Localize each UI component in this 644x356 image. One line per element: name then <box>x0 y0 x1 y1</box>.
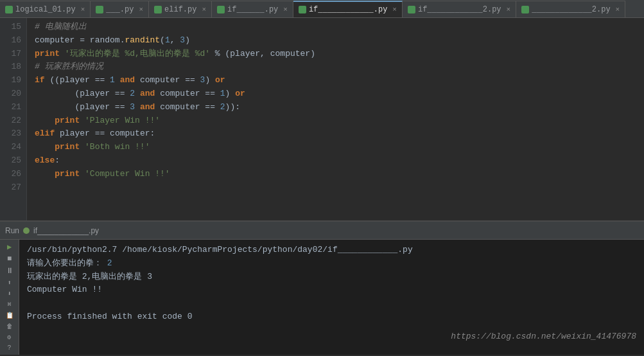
tab-close[interactable]: × <box>139 6 143 13</box>
tab-close[interactable]: × <box>81 6 85 13</box>
tab-icon <box>299 6 306 13</box>
tab-if2[interactable]: if____________.py × <box>293 1 403 17</box>
run-output[interactable]: /usr/bin/python2.7 /home/kiosk/PycharmPr… <box>19 240 644 355</box>
output-line2: Computer Win !! <box>27 283 636 297</box>
wrap-button[interactable]: ⌘ <box>3 300 17 308</box>
clear-button[interactable]: 🗑 <box>3 322 17 330</box>
settings-button[interactable]: ⚙ <box>3 333 17 341</box>
tab-close[interactable]: × <box>616 6 620 13</box>
tab-if1[interactable]: if______.py × <box>212 1 293 17</box>
tab-if3[interactable]: if____________2.py × <box>403 1 516 17</box>
scroll-up-button[interactable]: ⬆ <box>3 278 17 287</box>
tab-label: if______.py <box>227 5 278 14</box>
line-numbers: 15 16 17 18 19 20 21 22 23 24 25 26 27 <box>0 18 27 220</box>
tab-label: elif.py <box>164 5 196 14</box>
tab-blank2[interactable]: _____________2.py × <box>516 1 625 17</box>
run-filename-label: if____________.py <box>33 226 99 235</box>
tab-label: logical_01.py <box>15 5 76 14</box>
run-status-dot <box>23 227 30 234</box>
tab-label: ___.py <box>106 5 134 14</box>
run-play-button[interactable]: ▶ <box>3 242 17 252</box>
blank-line <box>27 297 636 310</box>
tab-label: _____________2.py <box>532 5 610 14</box>
tab-label: if____________2.py <box>418 5 501 14</box>
tab-logical-01[interactable]: logical_01.py × <box>0 1 91 17</box>
tab-close[interactable]: × <box>283 6 288 13</box>
run-pause-button[interactable]: ⏸ <box>3 266 17 276</box>
prompt-line: 请输入你要出的拳： 2 <box>27 257 636 271</box>
tab-elif[interactable]: elif.py × <box>149 1 212 17</box>
run-stop-button[interactable]: ■ <box>3 254 17 263</box>
tab-close[interactable]: × <box>392 6 397 13</box>
tab-icon <box>154 6 162 13</box>
run-body: ▶ ■ ⏸ ⬆ ⬇ ⌘ 📋 🗑 ⚙ ? /usr/bin/python2.7 /… <box>0 240 644 355</box>
run-sidebar: ▶ ■ ⏸ ⬆ ⬇ ⌘ 📋 🗑 ⚙ ? <box>0 240 19 355</box>
exit-line: Process finished with exit code 0 <box>27 310 636 324</box>
tab-icon <box>217 6 225 13</box>
tab-icon <box>5 6 13 13</box>
editor: 15 16 17 18 19 20 21 22 23 24 25 26 27 #… <box>0 18 644 220</box>
tab-icon <box>521 6 529 13</box>
tab-icon <box>96 6 103 13</box>
output-line1: 玩家出的拳是 2,电脑出的拳是 3 <box>27 271 636 284</box>
tab-icon <box>408 6 415 13</box>
tab-close[interactable]: × <box>202 6 206 13</box>
run-panel: Run if____________.py ▶ ■ ⏸ ⬆ ⬇ ⌘ 📋 🗑 ⚙ … <box>0 220 644 355</box>
tab-close[interactable]: × <box>507 6 511 13</box>
run-header: Run if____________.py <box>0 222 644 240</box>
copy-button[interactable]: 📋 <box>3 311 17 319</box>
scroll-down-button[interactable]: ⬇ <box>3 289 17 298</box>
tab-blank1[interactable]: ___.py × <box>91 1 149 17</box>
code-content[interactable]: # 电脑随机出 computer = random.randint(1, 3) … <box>27 18 644 220</box>
tab-bar: logical_01.py × ___.py × elif.py × if___… <box>0 0 644 18</box>
help-button[interactable]: ? <box>3 344 17 352</box>
url-line: https://blog.csdn.net/weixin_41476978 <box>27 330 636 344</box>
tab-label: if____________.py <box>309 5 387 14</box>
cmd-line: /usr/bin/python2.7 /home/kiosk/PycharmPr… <box>27 244 636 257</box>
run-title-label: Run <box>5 226 19 235</box>
